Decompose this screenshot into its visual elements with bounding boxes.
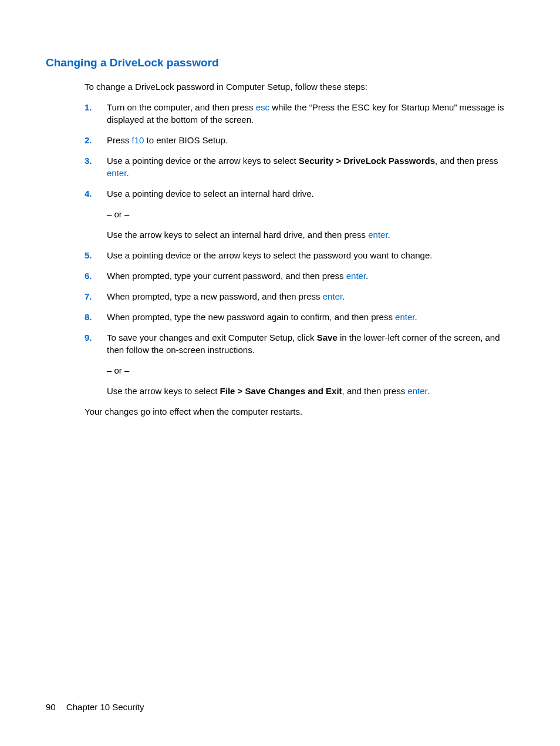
bold-text: File > Save Changes and Exit xyxy=(220,386,342,396)
step-item: 7.When prompted, type a new password, an… xyxy=(85,290,514,303)
step-body: Use a pointing device or the arrow keys … xyxy=(107,249,514,261)
step-number: 3. xyxy=(85,154,107,179)
intro-text: To change a DriveLock password in Comput… xyxy=(85,80,514,93)
page-footer: 90 Chapter 10 Security xyxy=(46,701,144,713)
step-paragraph: Use a pointing device to select an inter… xyxy=(107,187,514,200)
step-number: 6. xyxy=(85,270,107,282)
key-name: enter xyxy=(107,168,126,178)
step-number: 7. xyxy=(85,290,107,303)
steps-list: 1.Turn on the computer, and then press e… xyxy=(85,101,514,397)
step-item: 4.Use a pointing device to select an int… xyxy=(85,187,514,241)
step-body: When prompted, type a new password, and … xyxy=(107,290,514,303)
key-name: f10 xyxy=(132,135,144,145)
step-body: Use a pointing device to select an inter… xyxy=(107,187,514,241)
step-paragraph: Use a pointing device or the arrow keys … xyxy=(107,154,514,179)
step-paragraph: Turn on the computer, and then press esc… xyxy=(107,101,514,126)
key-name: enter xyxy=(368,230,387,240)
step-body: Press f10 to enter BIOS Setup. xyxy=(107,134,514,146)
key-name: enter xyxy=(346,271,366,281)
step-paragraph: When prompted, type the new password aga… xyxy=(107,311,514,323)
bold-text: Security > DriveLock Passwords xyxy=(299,156,435,166)
step-body: Turn on the computer, and then press esc… xyxy=(107,101,514,126)
key-name: enter xyxy=(395,312,414,322)
step-paragraph: – or – xyxy=(107,364,514,377)
step-item: 5.Use a pointing device or the arrow key… xyxy=(85,249,514,261)
step-body: When prompted, type your current passwor… xyxy=(107,270,514,282)
step-paragraph: When prompted, type your current passwor… xyxy=(107,270,514,282)
step-paragraph: When prompted, type a new password, and … xyxy=(107,290,514,303)
step-paragraph: Use the arrow keys to select File > Save… xyxy=(107,385,514,397)
bold-text: Save xyxy=(317,332,338,342)
step-paragraph: Use the arrow keys to select an internal… xyxy=(107,228,514,241)
step-number: 9. xyxy=(85,331,107,397)
chapter-label: Chapter 10 Security xyxy=(66,702,144,712)
step-number: 8. xyxy=(85,311,107,323)
step-item: 3.Use a pointing device or the arrow key… xyxy=(85,154,514,179)
step-paragraph: – or – xyxy=(107,208,514,220)
step-item: 2.Press f10 to enter BIOS Setup. xyxy=(85,134,514,146)
step-item: 8.When prompted, type the new password a… xyxy=(85,311,514,323)
step-paragraph: Use a pointing device or the arrow keys … xyxy=(107,249,514,261)
closing-text: Your changes go into effect when the com… xyxy=(85,405,514,418)
step-body: Use a pointing device or the arrow keys … xyxy=(107,154,514,179)
step-item: 9.To save your changes and exit Computer… xyxy=(85,331,514,397)
key-name: enter xyxy=(323,291,342,301)
step-paragraph: Press f10 to enter BIOS Setup. xyxy=(107,134,514,146)
step-body: When prompted, type the new password aga… xyxy=(107,311,514,323)
step-number: 1. xyxy=(85,101,107,126)
step-number: 4. xyxy=(85,187,107,241)
page-number: 90 xyxy=(46,702,56,712)
section-heading: Changing a DriveLock password xyxy=(46,55,514,71)
key-name: enter xyxy=(407,386,427,396)
step-item: 1.Turn on the computer, and then press e… xyxy=(85,101,514,126)
step-body: To save your changes and exit Computer S… xyxy=(107,331,514,397)
step-number: 2. xyxy=(85,134,107,146)
step-number: 5. xyxy=(85,249,107,261)
step-item: 6.When prompted, type your current passw… xyxy=(85,270,514,282)
key-name: esc xyxy=(256,102,269,112)
step-paragraph: To save your changes and exit Computer S… xyxy=(107,331,514,356)
